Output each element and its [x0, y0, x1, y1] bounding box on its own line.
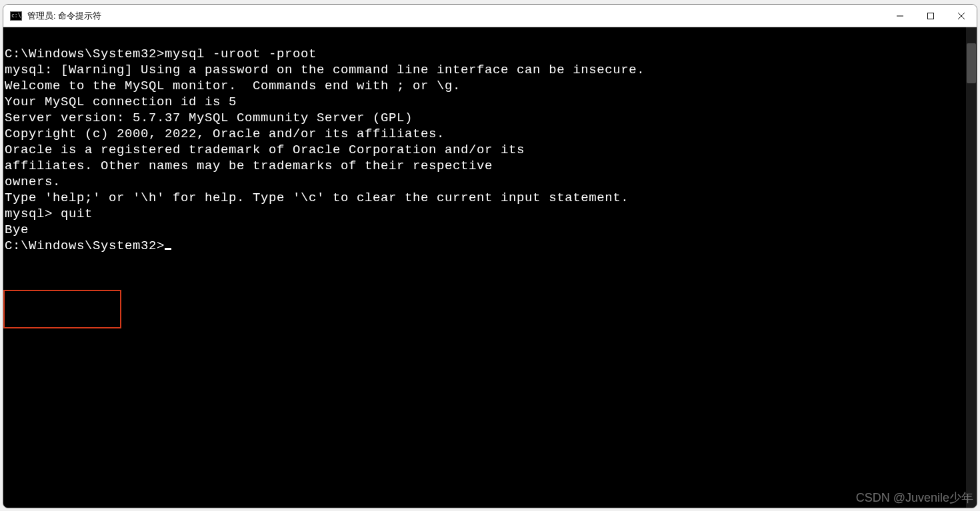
maximize-icon: [927, 12, 935, 20]
terminal-line: Your MySQL connection id is 5: [5, 94, 965, 110]
window-title: 管理员: 命令提示符: [27, 10, 885, 22]
close-icon: [957, 12, 965, 20]
terminal-line: Server version: 5.7.37 MySQL Community S…: [5, 110, 965, 126]
cursor: [165, 248, 171, 250]
terminal-line: owners.: [5, 174, 965, 190]
maximize-button[interactable]: [915, 5, 946, 27]
minimize-icon: [896, 12, 904, 20]
scrollbar-thumb[interactable]: [967, 43, 976, 83]
svg-rect-1: [928, 13, 934, 19]
terminal-line: affiliates. Other names may be trademark…: [5, 158, 965, 174]
close-button[interactable]: [946, 5, 977, 27]
cmd-window: c:\. 管理员: 命令提示符 C:\Windows\System32>mysq…: [3, 4, 977, 508]
terminal-line: Oracle is a registered trademark of Orac…: [5, 142, 965, 158]
terminal-line: Welcome to the MySQL monitor. Commands e…: [5, 78, 965, 94]
terminal-line: C:\Windows\System32>: [5, 238, 965, 254]
terminal-line: mysql: [Warning] Using a password on the…: [5, 62, 965, 78]
terminal-line: C:\Windows\System32>mysql -uroot -proot: [5, 46, 965, 62]
terminal-output[interactable]: C:\Windows\System32>mysql -uroot -prootm…: [3, 27, 966, 508]
terminal-area[interactable]: C:\Windows\System32>mysql -uroot -prootm…: [3, 27, 977, 508]
terminal-line: Type 'help;' or '\h' for help. Type '\c'…: [5, 190, 965, 206]
minimize-button[interactable]: [885, 5, 915, 27]
terminal-line: mysql> quit: [5, 206, 965, 222]
terminal-line: Copyright (c) 2000, 2022, Oracle and/or …: [5, 126, 965, 142]
cmd-app-icon: c:\.: [10, 11, 22, 21]
scrollbar-track[interactable]: [966, 27, 977, 508]
titlebar[interactable]: c:\. 管理员: 命令提示符: [3, 5, 977, 27]
terminal-line: Bye: [5, 222, 965, 238]
